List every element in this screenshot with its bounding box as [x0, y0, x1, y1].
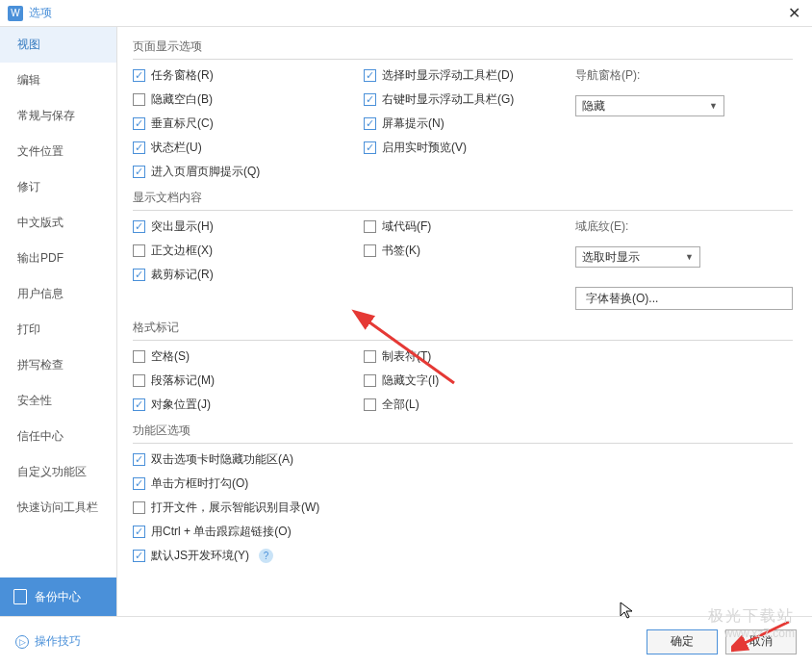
checkbox-box	[133, 141, 145, 154]
checkbox-label: 选择时显示浮动工具栏(D)	[382, 67, 514, 84]
titlebar: W 选项 ✕	[0, 0, 812, 27]
checkbox[interactable]: 空格(S)	[133, 348, 364, 365]
sidebar-item[interactable]: 信任中心	[0, 419, 116, 454]
group-title: 功能区选项	[133, 423, 793, 444]
group-doc-content: 显示文档内容 突出显示(H)正文边框(X)裁剪标记(R) 域代码(F)书签(K)…	[133, 190, 793, 310]
group-ribbon-options: 功能区选项 双击选项卡时隐藏功能区(A)单击方框时打勾(O)打开文件，展示智能识…	[133, 423, 793, 564]
tips-icon: ▷	[15, 635, 29, 649]
checkbox-box	[133, 350, 145, 363]
group-title: 显示文档内容	[133, 190, 793, 211]
field-shading-label: 域底纹(E):	[575, 218, 793, 235]
sidebar-item[interactable]: 文件位置	[0, 134, 116, 169]
checkbox-label: 隐藏空白(B)	[151, 91, 213, 108]
checkbox-label: 单击方框时打勾(O)	[151, 475, 248, 492]
sidebar-item[interactable]: 用户信息	[0, 276, 116, 312]
checkbox-box	[364, 69, 376, 82]
help-icon[interactable]: ?	[259, 549, 273, 563]
checkbox[interactable]: 全部(L)	[364, 397, 575, 413]
checkbox[interactable]: 打开文件，展示智能识别目录(W)	[133, 500, 793, 516]
checkbox-box	[133, 269, 145, 281]
checkbox-box	[133, 93, 145, 106]
close-icon[interactable]: ✕	[784, 4, 804, 22]
checkbox[interactable]: 进入页眉页脚提示(Q)	[133, 164, 364, 180]
sidebar-item[interactable]: 快速访问工具栏	[0, 490, 116, 526]
sidebar: 视图编辑常规与保存文件位置修订中文版式输出PDF用户信息打印拼写检查安全性信任中…	[0, 27, 117, 616]
checkbox-label: 书签(K)	[382, 243, 420, 259]
checkbox[interactable]: 对象位置(J)	[133, 397, 364, 413]
checkbox[interactable]: 垂直标尺(C)	[133, 115, 364, 132]
checkbox[interactable]: 书签(K)	[364, 243, 575, 259]
checkbox[interactable]: 单击方框时打勾(O)	[133, 475, 793, 492]
checkbox-box	[364, 350, 376, 363]
footer: ▷ 操作技巧 确定 取消	[0, 616, 812, 666]
sidebar-item[interactable]: 修订	[0, 169, 116, 205]
checkbox[interactable]: 任务窗格(R)	[133, 67, 364, 84]
sidebar-item[interactable]: 安全性	[0, 383, 116, 419]
checkbox[interactable]: 裁剪标记(R)	[133, 267, 364, 283]
checkbox-label: 制表符(T)	[382, 348, 431, 365]
checkbox[interactable]: 段落标记(M)	[133, 372, 364, 389]
cancel-button[interactable]: 取消	[725, 629, 797, 654]
sidebar-item[interactable]: 常规与保存	[0, 98, 116, 134]
checkbox[interactable]: 隐藏空白(B)	[133, 91, 364, 108]
checkbox[interactable]: 制表符(T)	[364, 348, 575, 365]
checkbox[interactable]: 状态栏(U)	[133, 140, 364, 156]
checkbox[interactable]: 右键时显示浮动工具栏(G)	[364, 91, 575, 108]
checkbox-box	[133, 453, 145, 466]
checkbox[interactable]: 默认JS开发环境(Y)?	[133, 548, 793, 564]
sidebar-item[interactable]: 中文版式	[0, 205, 116, 241]
backup-label: 备份中心	[35, 589, 81, 605]
checkbox-box	[364, 244, 376, 257]
checkbox[interactable]: 突出显示(H)	[133, 218, 364, 235]
checkbox-box	[133, 69, 145, 82]
backup-center-button[interactable]: 备份中心	[0, 577, 116, 616]
tips-link[interactable]: ▷ 操作技巧	[15, 633, 81, 650]
checkbox[interactable]: 用Ctrl + 单击跟踪超链接(O)	[133, 524, 793, 540]
checkbox[interactable]: 启用实时预览(V)	[364, 140, 575, 156]
checkbox-box	[133, 477, 145, 490]
checkbox-label: 右键时显示浮动工具栏(G)	[382, 91, 514, 108]
checkbox-box	[364, 93, 376, 106]
checkbox-label: 进入页眉页脚提示(Q)	[151, 164, 260, 180]
backup-icon	[13, 589, 27, 604]
checkbox-label: 段落标记(M)	[151, 372, 215, 389]
checkbox-box	[133, 166, 145, 178]
sidebar-item[interactable]: 视图	[0, 27, 116, 63]
checkbox-label: 裁剪标记(R)	[151, 267, 214, 283]
checkbox-label: 状态栏(U)	[151, 140, 202, 156]
checkbox-box	[364, 117, 376, 130]
sidebar-item[interactable]: 拼写检查	[0, 347, 116, 383]
checkbox-box	[133, 220, 145, 233]
checkbox-label: 突出显示(H)	[151, 218, 214, 235]
group-page-display: 页面显示选项 任务窗格(R)隐藏空白(B)垂直标尺(C)状态栏(U)进入页眉页脚…	[133, 38, 793, 180]
checkbox[interactable]: 正文边框(X)	[133, 243, 364, 259]
checkbox-label: 屏幕提示(N)	[382, 115, 444, 132]
sidebar-item[interactable]: 自定义功能区	[0, 454, 116, 490]
checkbox[interactable]: 屏幕提示(N)	[364, 115, 575, 132]
checkbox-box	[364, 220, 376, 233]
ok-button[interactable]: 确定	[647, 629, 718, 654]
checkbox[interactable]: 隐藏文字(I)	[364, 372, 575, 389]
window-title: 选项	[29, 5, 52, 21]
chevron-down-icon: ▼	[685, 252, 694, 262]
checkbox-box	[133, 117, 145, 130]
field-shading-select[interactable]: 选取时显示 ▼	[575, 246, 700, 268]
nav-pane-select[interactable]: 隐藏 ▼	[575, 95, 724, 116]
font-substitute-button[interactable]: 字体替换(O)...	[575, 287, 793, 310]
checkbox-box	[133, 398, 145, 411]
checkbox-box	[133, 244, 145, 257]
checkbox-label: 启用实时预览(V)	[382, 140, 467, 156]
checkbox-label: 对象位置(J)	[151, 397, 211, 413]
checkbox[interactable]: 域代码(F)	[364, 218, 575, 235]
checkbox-label: 默认JS开发环境(Y)	[151, 548, 249, 564]
checkbox-box	[133, 550, 145, 562]
sidebar-item[interactable]: 输出PDF	[0, 241, 116, 276]
group-format-marks: 格式标记 空格(S)段落标记(M)对象位置(J) 制表符(T)隐藏文字(I)全部…	[133, 320, 793, 413]
checkbox[interactable]: 双击选项卡时隐藏功能区(A)	[133, 451, 793, 468]
nav-pane-label: 导航窗格(P):	[575, 67, 793, 84]
checkbox[interactable]: 选择时显示浮动工具栏(D)	[364, 67, 575, 84]
checkbox-label: 正文边框(X)	[151, 243, 213, 259]
sidebar-item[interactable]: 编辑	[0, 63, 116, 98]
sidebar-item[interactable]: 打印	[0, 312, 116, 347]
content-pane: 页面显示选项 任务窗格(R)隐藏空白(B)垂直标尺(C)状态栏(U)进入页眉页脚…	[117, 27, 812, 616]
